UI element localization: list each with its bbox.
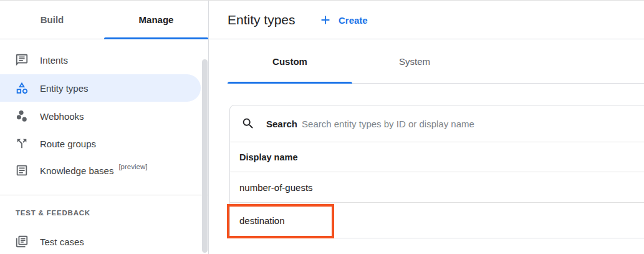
- table-header-row: Display name: [230, 142, 644, 172]
- main-header: Entity types Create: [209, 1, 644, 39]
- sidebar-item-test-cases[interactable]: Test cases: [0, 228, 201, 254]
- entity-display-name: number-of-guests: [239, 182, 313, 193]
- entity-type-tabbar: Custom System: [228, 39, 644, 84]
- sidebar-item-label: Route groups: [40, 139, 96, 149]
- tab-system-label: System: [399, 56, 430, 67]
- main-panel: Entity types Create Custom System Search…: [209, 1, 644, 254]
- sidebar-item-label: Entity types: [40, 83, 89, 94]
- sidebar-item-route-groups[interactable]: Route groups: [0, 130, 201, 157]
- tab-build-label: Build: [41, 14, 64, 25]
- tab-manage-label: Manage: [139, 14, 174, 25]
- section-label-test-feedback: TEST & FEEDBACK: [16, 209, 90, 217]
- sidebar-item-entity-types[interactable]: Entity types: [0, 74, 201, 102]
- preview-badge: [preview]: [118, 163, 147, 170]
- dialogflow-console: Build Manage Intents Entity types: [0, 0, 644, 254]
- table-row[interactable]: number-of-guests: [230, 172, 644, 203]
- library-books-icon: [15, 235, 29, 248]
- entity-types-card: Search Search entity types by ID or disp…: [229, 105, 644, 238]
- sidebar-item-label: Test cases: [40, 237, 84, 247]
- tab-custom-label: Custom: [272, 56, 307, 67]
- search-placeholder: Search entity types by ID or display nam…: [302, 119, 474, 129]
- search-icon: [241, 117, 255, 130]
- sidebar-item-knowledge-bases[interactable]: Knowledge bases [preview]: [0, 157, 201, 184]
- sidebar: Build Manage Intents Entity types: [0, 1, 209, 254]
- tab-build[interactable]: Build: [0, 1, 104, 39]
- sidebar-tabbar: Build Manage: [0, 1, 208, 39]
- sidebar-scrollbar[interactable]: [202, 59, 208, 253]
- tab-custom[interactable]: Custom: [228, 39, 352, 83]
- article-icon: [15, 164, 29, 177]
- chat-icon: [15, 53, 29, 67]
- sidebar-item-label: Intents: [40, 55, 68, 66]
- page-title: Entity types: [228, 1, 296, 39]
- tab-system[interactable]: System: [352, 39, 477, 83]
- sidebar-item-label: Webhooks: [40, 111, 84, 122]
- column-header-display-name: Display name: [239, 152, 298, 162]
- entity-display-name: destination: [239, 215, 285, 226]
- sidebar-item-label: Knowledge bases: [40, 165, 113, 176]
- plus-icon: [319, 13, 332, 27]
- call-split-icon: [15, 137, 29, 150]
- category-icon: [15, 81, 29, 95]
- sidebar-divider: [0, 195, 208, 195]
- search-input[interactable]: Search Search entity types by ID or disp…: [230, 105, 644, 142]
- sidebar-item-webhooks[interactable]: Webhooks: [0, 102, 201, 130]
- table-row[interactable]: destination: [230, 203, 644, 238]
- tab-manage[interactable]: Manage: [104, 1, 208, 39]
- create-button-label: Create: [339, 15, 368, 26]
- search-label: Search: [266, 119, 297, 129]
- scatter-plot-icon: [15, 109, 29, 123]
- sidebar-item-intents[interactable]: Intents: [0, 46, 201, 74]
- create-button[interactable]: Create: [319, 1, 368, 39]
